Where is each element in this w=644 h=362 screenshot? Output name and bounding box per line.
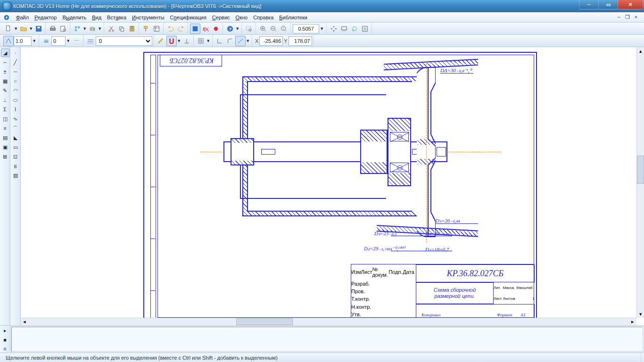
ucs-button[interactable] <box>235 36 246 46</box>
stop-button[interactable] <box>211 24 221 34</box>
format-painter-button[interactable] <box>141 24 151 34</box>
linestyle-select[interactable]: 0 <box>96 36 152 46</box>
tool-notations[interactable]: ± <box>1 67 9 76</box>
tool-collect[interactable]: ⊡ <box>11 152 20 161</box>
open-dropdown[interactable]: ▾ <box>29 24 33 34</box>
step-input[interactable] <box>14 36 32 46</box>
menu-window[interactable]: Окно <box>233 14 251 21</box>
redraw-button[interactable] <box>349 24 360 34</box>
menu-select[interactable]: Выделить <box>59 14 89 21</box>
zoom-dynamic-button[interactable] <box>279 24 289 34</box>
tool-geometry[interactable]: ◢ <box>1 49 9 57</box>
variables-button[interactable]: f(x) <box>200 24 211 34</box>
maximize-button[interactable]: ▭ <box>598 0 618 9</box>
pick-style-button[interactable] <box>156 36 166 46</box>
print-button[interactable] <box>48 24 58 34</box>
tool-spec[interactable]: ≡ <box>1 124 9 132</box>
bottom-panel-body[interactable] <box>11 327 643 352</box>
grid-dropdown[interactable]: ▾ <box>206 36 211 46</box>
ucs-dropdown[interactable]: ▾ <box>246 36 250 46</box>
tool-fillet[interactable]: ⌒ <box>11 124 20 132</box>
tool-insert[interactable]: ⊞ <box>1 152 9 161</box>
layer-input[interactable] <box>51 36 66 46</box>
snap-magnet-button[interactable] <box>166 36 177 46</box>
tool-circle[interactable]: ○ <box>11 77 20 85</box>
pan-button[interactable] <box>329 24 339 34</box>
tool-arc[interactable]: ◠ <box>11 86 20 95</box>
menu-edit[interactable]: Редактор <box>32 14 59 21</box>
tool-equid[interactable]: ⫼ <box>11 162 20 170</box>
menu-help[interactable]: Справка <box>250 14 276 21</box>
redo-button[interactable] <box>176 24 186 34</box>
round-button[interactable] <box>225 36 235 46</box>
menu-view[interactable]: Вид <box>89 14 104 21</box>
bp-tool-1[interactable]: ▸ <box>1 327 9 335</box>
tool-build[interactable]: ▦ <box>1 77 9 85</box>
tool-params[interactable]: ⟂ <box>1 96 9 104</box>
snap-step-button[interactable] <box>3 36 14 46</box>
copy-button[interactable] <box>116 24 127 34</box>
zoom-value-input[interactable] <box>293 24 319 33</box>
zoom-window-button[interactable] <box>244 24 254 34</box>
ortho-button[interactable] <box>215 36 225 46</box>
layer-button[interactable] <box>41 36 51 46</box>
menu-file[interactable]: Файл <box>13 14 32 21</box>
bp-tool-2[interactable]: ■ <box>1 336 9 344</box>
undo-button[interactable] <box>165 24 176 34</box>
tool-report[interactable]: ▤ <box>1 133 9 142</box>
tool-spline[interactable]: ∿ <box>11 115 20 123</box>
param-mode-button[interactable] <box>182 36 192 46</box>
layer-manage-button[interactable]: ⋯ <box>71 36 82 46</box>
grid-button[interactable] <box>196 36 206 46</box>
coord-x-input[interactable] <box>259 36 283 46</box>
save-button[interactable] <box>33 24 44 34</box>
tool-hatch[interactable]: ▨ <box>11 171 20 180</box>
minimize-button[interactable]: ─ <box>579 0 599 9</box>
zoom-prev-button[interactable] <box>339 24 349 34</box>
close-button[interactable]: ✕ <box>618 0 643 9</box>
tool-views[interactable]: ▣ <box>1 143 9 151</box>
tool-rect[interactable]: ▭ <box>11 143 20 151</box>
scrollbar-h[interactable]: ◂ ▸ <box>21 318 636 325</box>
zoom-value-dropdown[interactable]: ▾ <box>319 24 325 34</box>
doc-manager-dropdown[interactable]: ▾ <box>83 24 87 34</box>
menu-service[interactable]: Сервис <box>209 14 233 21</box>
app-menu-icon[interactable] <box>2 13 11 22</box>
menu-insert[interactable]: Вставка <box>104 14 129 21</box>
menu-libs[interactable]: Библиотеки <box>276 14 310 21</box>
new-doc-button[interactable] <box>3 24 14 34</box>
tool-edit[interactable]: ✎ <box>1 86 9 95</box>
zoom-in-button[interactable] <box>258 24 268 34</box>
help-dropdown[interactable]: ▾ <box>235 24 240 34</box>
scrollbar-v[interactable]: ▴ ▾ <box>636 47 644 318</box>
mdi-close[interactable]: × <box>633 14 639 20</box>
tool-polyline[interactable]: ⌇ <box>11 105 20 114</box>
drawing-canvas[interactable]: КР.36.82.027СБ <box>21 47 644 325</box>
layer-dropdown[interactable]: ▾ <box>66 36 71 46</box>
cut-button[interactable] <box>106 24 116 34</box>
bp-tool-3[interactable]: ≡ <box>1 345 9 353</box>
new-doc-dropdown[interactable]: ▾ <box>14 24 18 34</box>
tool-select[interactable]: ◫ <box>1 115 9 123</box>
tool-point[interactable]: · <box>11 49 20 57</box>
zoom-out-button[interactable] <box>268 24 279 34</box>
model-button[interactable] <box>190 24 200 34</box>
tool-chamfer[interactable]: ◣ <box>11 133 20 142</box>
open-button[interactable] <box>18 24 29 34</box>
step-dropdown[interactable]: ▾ <box>32 36 37 46</box>
tool-dimensions[interactable]: ↔ <box>1 58 9 66</box>
coord-y-input[interactable] <box>289 36 312 46</box>
menu-tools[interactable]: Инструменты <box>129 14 167 21</box>
library-dropdown[interactable]: ▾ <box>98 24 102 34</box>
paste-button[interactable] <box>127 24 137 34</box>
mdi-minimize[interactable]: − <box>616 14 622 20</box>
zoom-all-button[interactable] <box>360 24 370 34</box>
library-button[interactable] <box>87 24 98 34</box>
tool-segment[interactable]: ─ <box>11 67 20 76</box>
print-preview-button[interactable] <box>58 24 68 34</box>
menu-spec[interactable]: Спецификация <box>167 14 209 21</box>
mdi-restore[interactable]: ❐ <box>624 14 631 20</box>
doc-manager-button[interactable] <box>72 24 83 34</box>
linestyle-button[interactable] <box>85 36 96 46</box>
properties-button[interactable] <box>151 24 162 34</box>
